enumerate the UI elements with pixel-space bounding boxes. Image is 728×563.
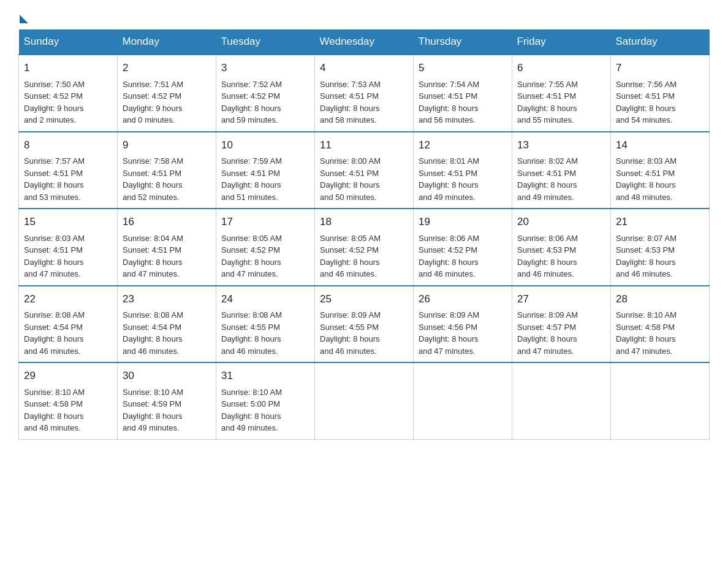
day-number: 7 [616,60,704,76]
day-info: Sunrise: 7:56 AMSunset: 4:51 PMDaylight:… [616,80,677,125]
day-info: Sunrise: 8:09 AMSunset: 4:55 PMDaylight:… [320,310,381,356]
day-number: 3 [221,60,309,76]
day-number: 10 [221,137,309,153]
day-number: 26 [419,291,507,307]
day-info: Sunrise: 8:01 AMSunset: 4:51 PMDaylight:… [419,156,479,202]
day-info: Sunrise: 7:52 AMSunset: 4:52 PMDaylight:… [221,80,282,125]
day-number: 15 [24,214,112,230]
calendar-header-sunday: Sunday [19,29,118,55]
day-number: 21 [616,214,704,230]
day-number: 20 [517,214,605,230]
day-info: Sunrise: 8:09 AMSunset: 4:56 PMDaylight:… [419,310,479,356]
day-number: 9 [123,137,211,153]
day-number: 30 [123,368,211,384]
logo [18,12,28,23]
day-number: 31 [221,368,309,384]
calendar-cell: 1 Sunrise: 7:50 AMSunset: 4:52 PMDayligh… [19,55,118,132]
day-info: Sunrise: 8:10 AMSunset: 5:00 PMDaylight:… [221,388,282,433]
calendar-cell: 22 Sunrise: 8:08 AMSunset: 4:54 PMDaylig… [19,286,118,363]
calendar-cell: 29 Sunrise: 8:10 AMSunset: 4:58 PMDaylig… [19,362,118,439]
day-info: Sunrise: 8:05 AMSunset: 4:52 PMDaylight:… [221,234,282,279]
calendar-cell: 9 Sunrise: 7:58 AMSunset: 4:51 PMDayligh… [118,132,216,209]
calendar-cell: 23 Sunrise: 8:08 AMSunset: 4:54 PMDaylig… [118,286,216,363]
calendar-cell: 30 Sunrise: 8:10 AMSunset: 4:59 PMDaylig… [118,362,216,439]
calendar-cell [315,362,414,439]
calendar-cell: 15 Sunrise: 8:03 AMSunset: 4:51 PMDaylig… [19,209,118,286]
day-info: Sunrise: 8:03 AMSunset: 4:51 PMDaylight:… [24,234,85,279]
day-number: 12 [419,137,507,153]
day-info: Sunrise: 7:54 AMSunset: 4:51 PMDaylight:… [419,80,479,125]
day-number: 13 [517,137,605,153]
calendar-cell: 28 Sunrise: 8:10 AMSunset: 4:58 PMDaylig… [611,286,710,363]
calendar-header-friday: Friday [512,29,611,55]
calendar-cell: 19 Sunrise: 8:06 AMSunset: 4:52 PMDaylig… [414,209,512,286]
calendar-cell: 12 Sunrise: 8:01 AMSunset: 4:51 PMDaylig… [414,132,512,209]
day-info: Sunrise: 7:53 AMSunset: 4:51 PMDaylight:… [320,80,381,125]
calendar-week-row: 22 Sunrise: 8:08 AMSunset: 4:54 PMDaylig… [19,286,710,363]
day-info: Sunrise: 8:04 AMSunset: 4:51 PMDaylight:… [123,234,183,279]
day-info: Sunrise: 8:08 AMSunset: 4:55 PMDaylight:… [221,310,282,356]
day-info: Sunrise: 8:07 AMSunset: 4:53 PMDaylight:… [616,234,677,279]
day-info: Sunrise: 8:09 AMSunset: 4:57 PMDaylight:… [517,310,578,356]
logo-arrow-icon [20,15,28,23]
day-number: 19 [419,214,507,230]
calendar-week-row: 15 Sunrise: 8:03 AMSunset: 4:51 PMDaylig… [19,209,710,286]
calendar-cell: 17 Sunrise: 8:05 AMSunset: 4:52 PMDaylig… [216,209,315,286]
calendar-cell: 21 Sunrise: 8:07 AMSunset: 4:53 PMDaylig… [611,209,710,286]
page-header [18,12,710,23]
calendar-cell: 13 Sunrise: 8:02 AMSunset: 4:51 PMDaylig… [512,132,611,209]
calendar-cell: 2 Sunrise: 7:51 AMSunset: 4:52 PMDayligh… [118,55,216,132]
day-info: Sunrise: 8:05 AMSunset: 4:52 PMDaylight:… [320,234,381,279]
calendar-cell: 25 Sunrise: 8:09 AMSunset: 4:55 PMDaylig… [315,286,414,363]
day-number: 28 [616,291,704,307]
calendar-cell: 27 Sunrise: 8:09 AMSunset: 4:57 PMDaylig… [512,286,611,363]
calendar-cell [414,362,512,439]
calendar-cell [512,362,611,439]
calendar-week-row: 8 Sunrise: 7:57 AMSunset: 4:51 PMDayligh… [19,132,710,209]
calendar-week-row: 1 Sunrise: 7:50 AMSunset: 4:52 PMDayligh… [19,55,710,132]
calendar-cell: 7 Sunrise: 7:56 AMSunset: 4:51 PMDayligh… [611,55,710,132]
calendar-cell: 4 Sunrise: 7:53 AMSunset: 4:51 PMDayligh… [315,55,414,132]
day-number: 5 [419,60,507,76]
day-number: 18 [320,214,408,230]
calendar-week-row: 29 Sunrise: 8:10 AMSunset: 4:58 PMDaylig… [19,362,710,439]
day-info: Sunrise: 7:57 AMSunset: 4:51 PMDaylight:… [24,156,85,202]
day-number: 29 [24,368,112,384]
calendar-cell: 8 Sunrise: 7:57 AMSunset: 4:51 PMDayligh… [19,132,118,209]
day-number: 22 [24,291,112,307]
day-number: 4 [320,60,408,76]
calendar-header-saturday: Saturday [611,29,710,55]
day-number: 8 [24,137,112,153]
day-info: Sunrise: 7:51 AMSunset: 4:52 PMDaylight:… [123,80,183,125]
day-info: Sunrise: 8:08 AMSunset: 4:54 PMDaylight:… [123,310,183,356]
day-number: 2 [123,60,211,76]
day-number: 16 [123,214,211,230]
day-info: Sunrise: 8:10 AMSunset: 4:58 PMDaylight:… [616,310,677,356]
day-info: Sunrise: 8:08 AMSunset: 4:54 PMDaylight:… [24,310,85,356]
day-info: Sunrise: 7:50 AMSunset: 4:52 PMDaylight:… [24,80,85,125]
calendar-cell: 16 Sunrise: 8:04 AMSunset: 4:51 PMDaylig… [118,209,216,286]
calendar-cell [611,362,710,439]
day-number: 6 [517,60,605,76]
calendar-header-wednesday: Wednesday [315,29,414,55]
calendar-cell: 31 Sunrise: 8:10 AMSunset: 5:00 PMDaylig… [216,362,315,439]
day-info: Sunrise: 8:10 AMSunset: 4:58 PMDaylight:… [24,388,85,433]
day-info: Sunrise: 8:06 AMSunset: 4:53 PMDaylight:… [517,234,578,279]
day-number: 11 [320,137,408,153]
day-number: 25 [320,291,408,307]
calendar-table: SundayMondayTuesdayWednesdayThursdayFrid… [18,29,710,440]
calendar-cell: 5 Sunrise: 7:54 AMSunset: 4:51 PMDayligh… [414,55,512,132]
day-info: Sunrise: 8:02 AMSunset: 4:51 PMDaylight:… [517,156,578,202]
calendar-header-tuesday: Tuesday [216,29,315,55]
calendar-header-thursday: Thursday [414,29,512,55]
day-info: Sunrise: 8:00 AMSunset: 4:51 PMDaylight:… [320,156,381,202]
day-info: Sunrise: 7:58 AMSunset: 4:51 PMDaylight:… [123,156,183,202]
day-info: Sunrise: 7:59 AMSunset: 4:51 PMDaylight:… [221,156,282,202]
calendar-cell: 3 Sunrise: 7:52 AMSunset: 4:52 PMDayligh… [216,55,315,132]
day-info: Sunrise: 8:10 AMSunset: 4:59 PMDaylight:… [123,388,183,433]
calendar-cell: 6 Sunrise: 7:55 AMSunset: 4:51 PMDayligh… [512,55,611,132]
calendar-cell: 10 Sunrise: 7:59 AMSunset: 4:51 PMDaylig… [216,132,315,209]
day-number: 1 [24,60,112,76]
calendar-cell: 20 Sunrise: 8:06 AMSunset: 4:53 PMDaylig… [512,209,611,286]
day-number: 14 [616,137,704,153]
